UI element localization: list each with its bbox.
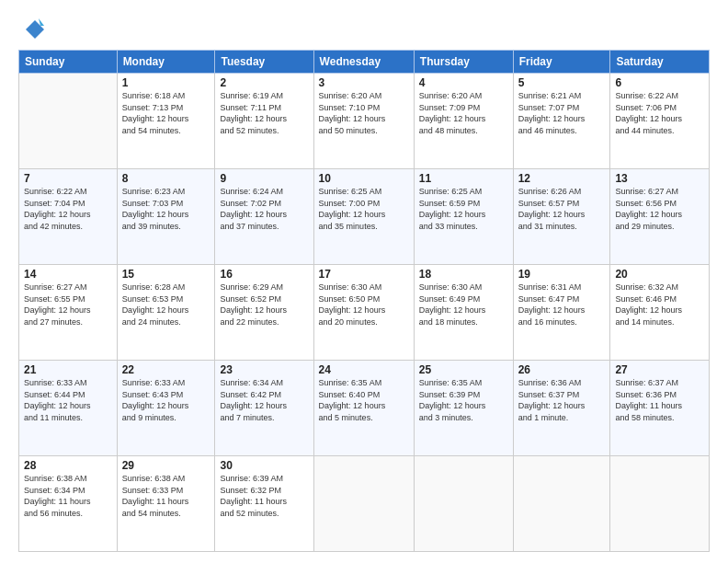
calendar-cell: 4Sunrise: 6:20 AM Sunset: 7:09 PM Daylig… — [414, 74, 513, 169]
calendar-cell: 24Sunrise: 6:35 AM Sunset: 6:40 PM Dayli… — [313, 361, 414, 456]
weekday-header-tuesday: Tuesday — [215, 51, 313, 74]
calendar-cell — [313, 456, 414, 552]
day-info: Sunrise: 6:35 AM Sunset: 6:40 PM Dayligh… — [319, 377, 409, 423]
day-info: Sunrise: 6:23 AM Sunset: 7:03 PM Dayligh… — [122, 186, 210, 232]
day-number: 15 — [122, 268, 210, 281]
calendar-cell: 18Sunrise: 6:30 AM Sunset: 6:49 PM Dayli… — [414, 265, 513, 361]
calendar-cell: 16Sunrise: 6:29 AM Sunset: 6:52 PM Dayli… — [215, 265, 313, 361]
day-number: 20 — [615, 268, 704, 281]
day-number: 30 — [220, 459, 308, 472]
day-number: 21 — [24, 363, 112, 376]
day-number: 7 — [24, 172, 112, 185]
day-info: Sunrise: 6:24 AM Sunset: 7:02 PM Dayligh… — [220, 186, 308, 232]
calendar-cell: 30Sunrise: 6:39 AM Sunset: 6:32 PM Dayli… — [215, 456, 313, 552]
day-number: 18 — [419, 268, 508, 281]
calendar-cell — [610, 456, 710, 552]
calendar-cell: 12Sunrise: 6:26 AM Sunset: 6:57 PM Dayli… — [513, 169, 610, 265]
day-number: 6 — [615, 76, 704, 89]
day-number: 19 — [518, 268, 606, 281]
day-info: Sunrise: 6:30 AM Sunset: 6:50 PM Dayligh… — [319, 282, 409, 327]
day-info: Sunrise: 6:33 AM Sunset: 6:44 PM Dayligh… — [24, 377, 112, 423]
calendar-cell: 27Sunrise: 6:37 AM Sunset: 6:36 PM Dayli… — [610, 361, 710, 456]
day-number: 5 — [518, 76, 606, 89]
day-number: 25 — [419, 363, 508, 376]
day-number: 27 — [615, 363, 704, 376]
day-info: Sunrise: 6:25 AM Sunset: 7:00 PM Dayligh… — [319, 186, 409, 232]
calendar-cell: 28Sunrise: 6:38 AM Sunset: 6:34 PM Dayli… — [19, 456, 118, 552]
day-info: Sunrise: 6:25 AM Sunset: 6:59 PM Dayligh… — [419, 186, 508, 232]
day-number: 17 — [319, 268, 409, 281]
day-info: Sunrise: 6:26 AM Sunset: 6:57 PM Dayligh… — [518, 186, 606, 232]
day-info: Sunrise: 6:38 AM Sunset: 6:33 PM Dayligh… — [122, 473, 210, 519]
day-number: 24 — [319, 363, 409, 376]
calendar-cell: 17Sunrise: 6:30 AM Sunset: 6:50 PM Dayli… — [313, 265, 414, 361]
day-number: 8 — [122, 172, 210, 185]
day-number: 29 — [122, 459, 210, 472]
day-info: Sunrise: 6:31 AM Sunset: 6:47 PM Dayligh… — [518, 282, 606, 327]
day-info: Sunrise: 6:30 AM Sunset: 6:49 PM Dayligh… — [419, 282, 508, 327]
calendar-cell: 3Sunrise: 6:20 AM Sunset: 7:10 PM Daylig… — [313, 74, 414, 169]
day-number: 16 — [220, 268, 308, 281]
day-info: Sunrise: 6:27 AM Sunset: 6:55 PM Dayligh… — [24, 282, 112, 327]
day-number: 3 — [319, 76, 409, 89]
day-number: 14 — [24, 268, 112, 281]
day-info: Sunrise: 6:18 AM Sunset: 7:13 PM Dayligh… — [122, 90, 210, 136]
day-number: 10 — [319, 172, 409, 185]
calendar-cell: 2Sunrise: 6:19 AM Sunset: 7:11 PM Daylig… — [215, 74, 313, 169]
day-info: Sunrise: 6:32 AM Sunset: 6:46 PM Dayligh… — [615, 282, 704, 327]
calendar-cell: 15Sunrise: 6:28 AM Sunset: 6:53 PM Dayli… — [117, 265, 215, 361]
calendar-cell: 1Sunrise: 6:18 AM Sunset: 7:13 PM Daylig… — [117, 74, 215, 169]
logo-icon — [18, 17, 44, 42]
calendar-cell: 26Sunrise: 6:36 AM Sunset: 6:37 PM Dayli… — [513, 361, 610, 456]
calendar-cell: 23Sunrise: 6:34 AM Sunset: 6:42 PM Dayli… — [215, 361, 313, 456]
calendar-cell: 5Sunrise: 6:21 AM Sunset: 7:07 PM Daylig… — [513, 74, 610, 169]
calendar-cell: 10Sunrise: 6:25 AM Sunset: 7:00 PM Dayli… — [313, 169, 414, 265]
weekday-header-thursday: Thursday — [414, 51, 513, 74]
day-number: 1 — [122, 76, 210, 89]
calendar-cell: 19Sunrise: 6:31 AM Sunset: 6:47 PM Dayli… — [513, 265, 610, 361]
day-number: 28 — [24, 459, 112, 472]
day-info: Sunrise: 6:37 AM Sunset: 6:36 PM Dayligh… — [615, 377, 704, 423]
day-number: 26 — [518, 363, 606, 376]
day-info: Sunrise: 6:20 AM Sunset: 7:09 PM Dayligh… — [419, 90, 508, 136]
weekday-header-monday: Monday — [117, 51, 215, 74]
day-info: Sunrise: 6:39 AM Sunset: 6:32 PM Dayligh… — [220, 473, 308, 519]
calendar-cell: 7Sunrise: 6:22 AM Sunset: 7:04 PM Daylig… — [19, 169, 118, 265]
calendar-cell: 11Sunrise: 6:25 AM Sunset: 6:59 PM Dayli… — [414, 169, 513, 265]
calendar-cell: 22Sunrise: 6:33 AM Sunset: 6:43 PM Dayli… — [117, 361, 215, 456]
weekday-header-friday: Friday — [513, 51, 610, 74]
calendar-cell — [19, 74, 118, 169]
calendar-cell — [513, 456, 610, 552]
day-number: 13 — [615, 172, 704, 185]
day-info: Sunrise: 6:22 AM Sunset: 7:06 PM Dayligh… — [615, 90, 704, 136]
calendar-cell: 6Sunrise: 6:22 AM Sunset: 7:06 PM Daylig… — [610, 74, 710, 169]
day-info: Sunrise: 6:33 AM Sunset: 6:43 PM Dayligh… — [122, 377, 210, 423]
day-info: Sunrise: 6:28 AM Sunset: 6:53 PM Dayligh… — [122, 282, 210, 327]
day-info: Sunrise: 6:36 AM Sunset: 6:37 PM Dayligh… — [518, 377, 606, 423]
calendar-cell: 25Sunrise: 6:35 AM Sunset: 6:39 PM Dayli… — [414, 361, 513, 456]
calendar-cell: 29Sunrise: 6:38 AM Sunset: 6:33 PM Dayli… — [117, 456, 215, 552]
day-info: Sunrise: 6:21 AM Sunset: 7:07 PM Dayligh… — [518, 90, 606, 136]
day-number: 12 — [518, 172, 606, 185]
day-info: Sunrise: 6:22 AM Sunset: 7:04 PM Dayligh… — [24, 186, 112, 232]
calendar-cell: 21Sunrise: 6:33 AM Sunset: 6:44 PM Dayli… — [19, 361, 118, 456]
day-info: Sunrise: 6:29 AM Sunset: 6:52 PM Dayligh… — [220, 282, 308, 327]
calendar-cell: 14Sunrise: 6:27 AM Sunset: 6:55 PM Dayli… — [19, 265, 118, 361]
logo — [18, 17, 46, 42]
day-info: Sunrise: 6:34 AM Sunset: 6:42 PM Dayligh… — [220, 377, 308, 423]
calendar-cell: 13Sunrise: 6:27 AM Sunset: 6:56 PM Dayli… — [610, 169, 710, 265]
day-info: Sunrise: 6:20 AM Sunset: 7:10 PM Dayligh… — [319, 90, 409, 136]
calendar-cell — [414, 456, 513, 552]
day-number: 9 — [220, 172, 308, 185]
calendar-cell: 9Sunrise: 6:24 AM Sunset: 7:02 PM Daylig… — [215, 169, 313, 265]
day-number: 2 — [220, 76, 308, 89]
day-info: Sunrise: 6:27 AM Sunset: 6:56 PM Dayligh… — [615, 186, 704, 232]
day-number: 22 — [122, 363, 210, 376]
day-number: 4 — [419, 76, 508, 89]
day-info: Sunrise: 6:19 AM Sunset: 7:11 PM Dayligh… — [220, 90, 308, 136]
calendar-cell: 20Sunrise: 6:32 AM Sunset: 6:46 PM Dayli… — [610, 265, 710, 361]
weekday-header-sunday: Sunday — [19, 51, 118, 74]
day-info: Sunrise: 6:35 AM Sunset: 6:39 PM Dayligh… — [419, 377, 508, 423]
calendar-table: SundayMondayTuesdayWednesdayThursdayFrid… — [18, 50, 710, 552]
weekday-header-wednesday: Wednesday — [313, 51, 414, 74]
